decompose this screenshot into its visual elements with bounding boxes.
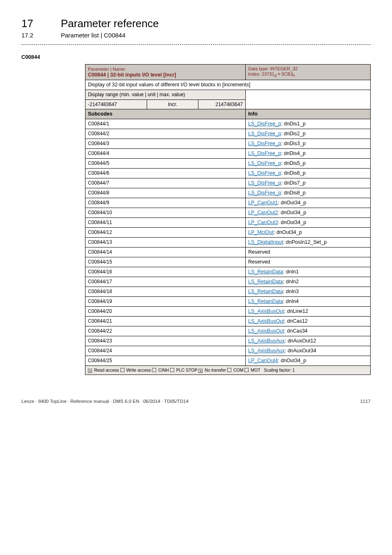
info-header: Info bbox=[246, 109, 371, 119]
info-link[interactable]: LS_RetainData bbox=[248, 269, 283, 275]
info-cell: LS_AxisBusOut: dnLine12 bbox=[246, 307, 371, 317]
range-max: 2147483647 bbox=[198, 99, 246, 109]
info-link[interactable]: LS_DisFree_p bbox=[248, 131, 281, 136]
info-cell: LS_DisFree_p: dnDis5_p bbox=[246, 159, 371, 169]
info-link[interactable]: LS_AxisBusOut bbox=[248, 308, 284, 314]
subcode-cell: C00844/2 bbox=[85, 129, 246, 139]
header-index: Index: 23731d = 5CB3h bbox=[248, 72, 368, 78]
parameter-description: Display of 32-bit input values of differ… bbox=[85, 80, 371, 90]
subcode-cell: C00844/24 bbox=[85, 346, 246, 356]
info-link[interactable]: LP_CanOut4 bbox=[248, 358, 278, 363]
range-unit: Incr. bbox=[147, 99, 198, 109]
info-cell: LS_DisFree_p: dnDis4_p bbox=[246, 149, 371, 159]
info-link[interactable]: LS_DisFree_p bbox=[248, 190, 281, 196]
subcode-cell: C00844/5 bbox=[85, 159, 246, 169]
subchapter-title: Parameter list | C00844 bbox=[61, 32, 125, 39]
access-label: MOT bbox=[249, 368, 261, 372]
info-cell: Reserved bbox=[246, 257, 371, 267]
info-cell: LP_CanOut2: dnOut34_p bbox=[246, 208, 371, 218]
subcode-cell: C00844/1 bbox=[85, 119, 246, 129]
info-cell: LS_RetainData: dnIn4 bbox=[246, 297, 371, 307]
info-link[interactable]: LS_DisFree_p bbox=[248, 121, 281, 127]
info-cell: LP_CanOut4: dnOut34_p bbox=[246, 356, 371, 366]
subcode-cell: C00844/3 bbox=[85, 139, 246, 149]
header-small-label: Parameter | Name: bbox=[88, 67, 243, 72]
info-link[interactable]: LP_CanOut2 bbox=[248, 210, 278, 215]
footer-left: Lenze · 8400 TopLine · Reference manual … bbox=[21, 399, 189, 404]
blank-cell bbox=[246, 90, 371, 109]
subcode-cell: C00844/8 bbox=[85, 188, 246, 198]
checkbox-icon bbox=[227, 368, 231, 372]
checkbox-icon bbox=[152, 368, 156, 372]
info-link[interactable]: LS_DisFree_p bbox=[248, 150, 281, 156]
info-cell: LP_CanOut1: dnOut34_p bbox=[246, 198, 371, 208]
info-cell: LP_MciOut: dnOut34_p bbox=[246, 228, 371, 238]
access-label: No transfer bbox=[203, 368, 227, 372]
range-min: -2147483647 bbox=[85, 99, 147, 109]
info-cell: LP_CanOut3: dnOut34_p bbox=[246, 218, 371, 228]
access-label: COM bbox=[232, 368, 244, 372]
info-link[interactable]: LS_AxisBusAux bbox=[248, 338, 285, 344]
info-link[interactable]: LS_RetainData bbox=[248, 279, 283, 284]
subcode-cell: C00844/10 bbox=[85, 208, 246, 218]
access-label: CINH bbox=[157, 368, 170, 372]
info-link[interactable]: LS_DisFree_p bbox=[248, 180, 281, 186]
info-cell: LS_DisFree_p: dnDis1_p bbox=[246, 119, 371, 129]
chapter-title: Parameter reference bbox=[61, 17, 159, 30]
info-cell: LS_DigitalInput: dnPosIn12_Set_p bbox=[246, 238, 371, 247]
info-cell: LS_AxisBusAux: dnAuxOut34 bbox=[246, 346, 371, 356]
access-label: Write access bbox=[125, 368, 152, 372]
info-link[interactable]: LS_DisFree_p bbox=[248, 160, 281, 166]
info-cell: Reserved bbox=[246, 247, 371, 257]
subcode-cell: C00844/12 bbox=[85, 228, 246, 238]
subcode-cell: C00844/25 bbox=[85, 356, 246, 366]
info-link[interactable]: LP_CanOut1 bbox=[248, 200, 278, 206]
info-cell: LS_DisFree_p: dnDis7_p bbox=[246, 178, 371, 188]
info-link[interactable]: LS_DigitalInput bbox=[248, 239, 283, 245]
header-param-name: C00844 | 32-bit inputs I/O level [incr] bbox=[88, 72, 243, 78]
subcodes-header: Subcodes bbox=[85, 109, 246, 119]
header-datatype: Data type: INTEGER_32 bbox=[248, 66, 368, 72]
info-link[interactable]: LS_RetainData bbox=[248, 289, 283, 294]
info-cell: LS_DisFree_p: dnDis2_p bbox=[246, 129, 371, 139]
subcode-cell: C00844/13 bbox=[85, 238, 246, 247]
info-cell: LS_RetainData: dnIn3 bbox=[246, 287, 371, 297]
info-link[interactable]: LS_DisFree_p bbox=[248, 141, 281, 146]
subcode-cell: C00844/16 bbox=[85, 267, 246, 277]
info-link[interactable]: LS_DisFree_p bbox=[248, 170, 281, 176]
info-cell: LS_RetainData: dnIn2 bbox=[246, 277, 371, 287]
footer-page-number: 1117 bbox=[360, 399, 371, 404]
subcode-cell: C00844/15 bbox=[85, 257, 246, 267]
checkbox-icon bbox=[120, 368, 125, 372]
subcode-cell: C00844/19 bbox=[85, 297, 246, 307]
divider bbox=[21, 44, 371, 45]
info-cell: LS_DisFree_p: dnDis3_p bbox=[246, 139, 371, 149]
access-label: PLC STOP bbox=[175, 368, 198, 372]
subcode-cell: C00844/17 bbox=[85, 277, 246, 287]
checkbox-icon bbox=[88, 369, 92, 373]
subcode-cell: C00844/9 bbox=[85, 198, 246, 208]
info-link[interactable]: LS_AxisBusOut bbox=[248, 318, 284, 324]
subcode-cell: C00844/6 bbox=[85, 169, 246, 178]
subcode-cell: C00844/11 bbox=[85, 218, 246, 228]
subcode-cell: C00844/23 bbox=[85, 336, 246, 346]
info-link[interactable]: LP_CanOut3 bbox=[248, 220, 278, 225]
info-link[interactable]: LP_MciOut bbox=[248, 229, 274, 235]
subcode-cell: C00844/4 bbox=[85, 149, 246, 159]
info-cell: LS_DisFree_p: dnDis6_p bbox=[246, 169, 371, 178]
access-footer: Read access Write access CINH PLC STOP N… bbox=[85, 366, 371, 375]
subchapter-number: 17.2 bbox=[21, 32, 61, 39]
info-link[interactable]: LS_AxisBusAux bbox=[248, 348, 285, 354]
display-range-label: Display range (min. value | unit | max. … bbox=[85, 90, 246, 99]
info-link[interactable]: LS_AxisBusOut bbox=[248, 328, 284, 334]
checkbox-icon bbox=[198, 369, 203, 373]
scaling-factor: Scaling factor: 1 bbox=[264, 368, 295, 372]
info-link[interactable]: LS_RetainData bbox=[248, 298, 283, 304]
subcode-cell: C00844/14 bbox=[85, 247, 246, 257]
subcode-cell: C00844/18 bbox=[85, 287, 246, 297]
info-cell: LS_AxisBusAux: dnAuxOut12 bbox=[246, 336, 371, 346]
info-cell: LS_AxisBusOut: dnCas12 bbox=[246, 317, 371, 326]
subcode-cell: C00844/7 bbox=[85, 178, 246, 188]
subcode-cell: C00844/21 bbox=[85, 317, 246, 326]
checkbox-icon bbox=[244, 368, 249, 372]
